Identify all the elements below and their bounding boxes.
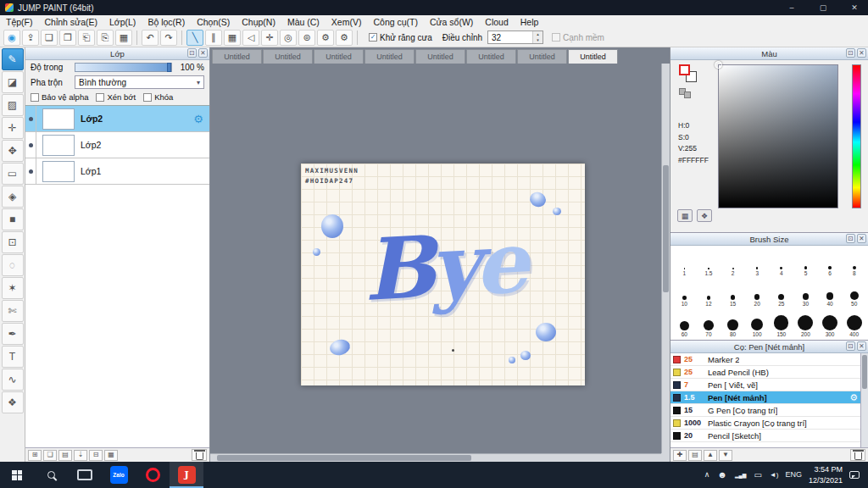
spin-up-icon[interactable]: ▴ (533, 31, 542, 37)
swap-colors-swatch[interactable] (684, 92, 691, 98)
taskbar-app-jump-paint[interactable]: J (170, 462, 203, 488)
tool-button[interactable]: T (2, 346, 24, 368)
brush-size-option[interactable]: 300 (818, 308, 843, 339)
tool-button[interactable]: ◌ (2, 254, 24, 276)
document-tab[interactable]: Untitled (466, 49, 516, 64)
tool-button[interactable]: ✛ (2, 117, 24, 139)
tool-button[interactable]: ❖ (2, 391, 24, 413)
toolbar-icon[interactable]: ⇪ (22, 30, 39, 46)
tray-icon[interactable]: ◄) (770, 472, 779, 479)
menu-item[interactable]: Xem(V) (326, 15, 368, 28)
layer-footer-icon[interactable]: ⇣ (74, 450, 87, 461)
vertical-scrollbar-thumb[interactable] (663, 165, 669, 292)
toolbar-icon[interactable]: ◉ (3, 30, 20, 46)
layer-option-checkbox[interactable] (31, 93, 39, 102)
toolbar-icon[interactable]: ❐ (59, 30, 76, 46)
layer-footer-icon[interactable]: ❏ (43, 450, 57, 461)
toolbar-icon[interactable]: ╲ (186, 30, 203, 46)
taskbar-app-opera[interactable] (136, 462, 170, 488)
tray-icon[interactable]: ▭ (754, 471, 761, 480)
layer-footer-icon[interactable]: ▦ (104, 450, 118, 461)
palette-button[interactable]: ▦ (677, 209, 693, 222)
document-tab[interactable]: Untitled (212, 49, 262, 64)
tool-button[interactable]: ✒ (2, 323, 24, 345)
toolbar-icon[interactable]: ▦ (224, 30, 241, 46)
brush-row[interactable]: 7 Pen [ Viết, vẽ] ⚙ (670, 379, 860, 391)
document-tab[interactable]: Untitled (517, 49, 567, 64)
maximize-button[interactable]: ▢ (810, 0, 837, 15)
hue-slider[interactable] (852, 64, 861, 208)
document-tab[interactable]: Untitled (415, 49, 465, 64)
menu-item[interactable]: Bộ lọc(R) (142, 15, 191, 28)
brush-size-option[interactable]: 25 (770, 278, 794, 308)
brush-size-option[interactable]: 3 (745, 247, 770, 278)
tool-button[interactable]: ✥ (2, 140, 24, 162)
tool-button[interactable]: ▨ (2, 94, 24, 116)
brush-settings-gear-icon[interactable]: ⚙ (849, 393, 858, 402)
brush-size-option[interactable]: 5 (793, 247, 818, 278)
document-tab[interactable]: Untitled (568, 49, 618, 64)
layer-option-checkbox[interactable] (143, 93, 152, 102)
toolbar-icon[interactable]: ❏ (41, 30, 58, 46)
tool-button[interactable]: ∿ (2, 369, 24, 391)
document-tab[interactable]: Untitled (263, 49, 313, 64)
panel-close-icon[interactable]: ✕ (857, 341, 866, 351)
menu-item[interactable]: Chỉnh sửa(E) (39, 15, 103, 28)
menu-item[interactable]: Help (515, 15, 545, 28)
horizontal-scrollbar-thumb[interactable] (217, 455, 471, 461)
brush-size-option[interactable]: 80 (721, 308, 745, 339)
tool-button[interactable]: ✄ (2, 300, 24, 322)
brush-size-option[interactable]: 1 (672, 247, 697, 278)
brush-size-option[interactable]: 20 (745, 278, 770, 308)
brush-size-option[interactable]: 200 (793, 308, 818, 339)
layer-visibility-icon[interactable] (25, 158, 36, 184)
toolbar-icon[interactable]: ⎗ (78, 30, 95, 46)
menu-item[interactable]: Cửa sổ(W) (424, 15, 479, 28)
brush-size-option[interactable]: 10 (672, 278, 697, 308)
layer-footer-icon[interactable]: ⊟ (89, 450, 103, 461)
taskbar-app-zalo[interactable]: Zalo (102, 462, 136, 488)
brush-row[interactable]: 1000 Plastic Crayon [Cọ trang trí] ⚙ (670, 417, 860, 430)
panel-close-icon[interactable]: ✕ (198, 48, 208, 58)
toolbar-icon[interactable]: ⚙ (317, 30, 334, 46)
taskbar-clock[interactable]: 3:54 PM 12/3/2021 (809, 464, 843, 485)
taskbar-search-button[interactable] (34, 462, 68, 488)
spin-down-icon[interactable]: ▾ (533, 37, 542, 43)
menu-item[interactable]: Màu (C) (281, 15, 326, 28)
brush-size-option[interactable]: 8 (842, 247, 866, 278)
brush-row[interactable]: 20 Pencil [Sketch] ⚙ (670, 430, 860, 442)
delete-layer-button[interactable] (192, 449, 207, 461)
brush-size-option[interactable]: 4 (770, 247, 794, 278)
brush-size-option[interactable]: 50 (842, 278, 866, 308)
layer-visibility-icon[interactable] (25, 106, 36, 131)
brush-size-option[interactable]: 400 (842, 308, 866, 339)
layer-row[interactable]: Lớp2 ⚙ (25, 106, 209, 132)
brush-list-scrollbar-thumb[interactable] (862, 355, 867, 389)
brush-row[interactable]: 1.5 Pen [Nét mảnh] ⚙ (670, 391, 860, 404)
brush-footer-icon[interactable]: ▤ (688, 450, 702, 461)
tray-icon[interactable]: ☻ (717, 470, 727, 480)
brush-size-option[interactable]: 40 (818, 278, 843, 308)
brush-size-option[interactable]: 150 (770, 308, 794, 339)
panel-close-icon[interactable]: ✕ (857, 48, 866, 58)
panel-float-icon[interactable]: ⊡ (846, 234, 855, 243)
brush-size-option[interactable]: 30 (793, 278, 818, 308)
brush-size-option[interactable]: 15 (721, 278, 745, 308)
color-picker-cursor[interactable] (715, 61, 722, 69)
foreground-color-swatch[interactable] (679, 64, 690, 75)
adjust-select[interactable]: 32 ▴ ▾ (487, 30, 543, 44)
menu-item[interactable]: Cloud (479, 15, 514, 28)
toolbar-icon[interactable]: ✛ (261, 30, 278, 46)
brush-footer-icon[interactable]: ▼ (719, 450, 732, 461)
toolbar-icon[interactable]: ⎘ (97, 30, 114, 46)
delete-brush-button[interactable] (850, 449, 865, 461)
taskbar-app-explorer[interactable] (68, 462, 102, 488)
brush-list-scrollbar[interactable] (860, 353, 868, 447)
menu-item[interactable]: Tệp(F) (0, 15, 39, 28)
panel-float-icon[interactable]: ⊡ (846, 48, 855, 58)
vertical-scrollbar[interactable] (661, 64, 670, 453)
notification-center-icon[interactable] (849, 471, 860, 479)
brush-footer-icon[interactable]: ▲ (704, 450, 717, 461)
horizontal-scrollbar[interactable] (210, 453, 661, 462)
toolbar-icon[interactable]: ∥ (205, 30, 222, 46)
